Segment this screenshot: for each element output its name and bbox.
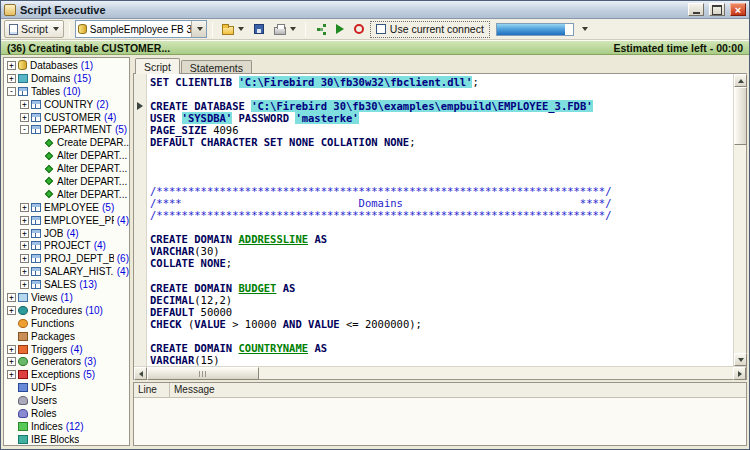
expand-toggle-icon[interactable]: + (20, 254, 29, 263)
expand-toggle-icon[interactable]: + (20, 100, 29, 109)
tree-item-label: Alter DEPART... (57, 163, 127, 174)
horizontal-scrollbar-thumb[interactable] (147, 367, 259, 380)
tree-item-label: Exceptions (31, 369, 80, 380)
expand-toggle-icon[interactable]: + (7, 61, 16, 70)
scroll-right-button[interactable] (733, 367, 746, 380)
toolbar-options-button[interactable] (576, 20, 592, 38)
expand-toggle-icon[interactable]: + (7, 74, 16, 83)
tree-item-job[interactable]: +JOB(4) (4, 227, 129, 240)
tree-item-domains[interactable]: +Domains(15) (4, 72, 129, 85)
save-icon (254, 24, 264, 34)
scroll-down-button[interactable] (734, 353, 747, 366)
horizontal-scrollbar-track[interactable] (259, 367, 733, 379)
stop-button[interactable] (350, 20, 368, 38)
expand-toggle-icon[interactable]: + (7, 370, 16, 379)
tree-item-salary-hist[interactable]: +SALARY_HIST...(4) (4, 265, 129, 278)
connection-dropdown-button[interactable] (191, 21, 206, 37)
domain-name-link[interactable]: ADDRESSLINE (239, 233, 309, 245)
editor-frame: SET CLIENTLIB 'C:\Firebird 30\fb30w32\fb… (133, 73, 747, 380)
tree-item-alter-depart[interactable]: +Alter DEPART... (4, 162, 129, 175)
tree-item-roles[interactable]: +Roles (4, 407, 129, 420)
tab-statements[interactable]: Statements (181, 60, 252, 74)
tree-item-label: Functions (31, 318, 74, 329)
expand-toggle-icon[interactable]: + (7, 345, 16, 354)
code-line: /***************************************… (150, 209, 733, 221)
sql-code-area[interactable]: SET CLIENTLIB 'C:\Firebird 30\fb30w32\fb… (147, 74, 733, 366)
vertical-scrollbar-track[interactable] (734, 145, 746, 353)
maximize-button[interactable] (709, 3, 725, 16)
code-segment-pl: ; (472, 76, 478, 88)
tree-item-triggers[interactable]: +Triggers(4) (4, 343, 129, 356)
expand-toggle-icon[interactable]: + (7, 306, 16, 315)
expand-toggle-icon[interactable]: + (20, 229, 29, 238)
expand-toggle-icon[interactable]: + (20, 241, 29, 250)
scroll-up-button[interactable] (734, 74, 747, 87)
expand-toggle-icon[interactable]: + (20, 216, 29, 225)
run-script-button[interactable] (332, 20, 348, 38)
tree-item-create-depar[interactable]: +Create DEPAR... (4, 136, 129, 149)
script-explorer-button[interactable] (311, 20, 330, 38)
domain-name-link[interactable]: BUDGET (239, 282, 277, 294)
tree-item-department[interactable]: -DEPARTMENT(5) (4, 123, 129, 136)
expand-toggle-icon[interactable]: + (20, 203, 29, 212)
printer-icon (274, 27, 286, 35)
code-segment-pl: 50000 (201, 306, 233, 318)
minimize-button[interactable] (688, 3, 704, 16)
vertical-scrollbar[interactable] (733, 74, 746, 366)
code-segment-kw: COLLATE NONE (150, 257, 226, 269)
scroll-left-button[interactable] (134, 367, 147, 380)
progress-fill (497, 24, 565, 35)
print-button[interactable] (270, 20, 300, 38)
expand-toggle-icon[interactable]: + (20, 267, 29, 276)
close-button[interactable] (730, 3, 746, 16)
database-icon (78, 24, 87, 34)
tree-item-generators[interactable]: +Generators(3) (4, 355, 129, 368)
code-segment-kw: SET CLIENTLIB (150, 76, 239, 88)
open-script-button[interactable] (218, 20, 248, 38)
tree-item-tables[interactable]: -Tables(10) (4, 85, 129, 98)
tree-item-country[interactable]: +COUNTRY(2) (4, 98, 129, 111)
code-segment-kw: CREATE DATABASE (150, 100, 251, 112)
tree-item-exceptions[interactable]: +Exceptions(5) (4, 368, 129, 381)
tree-item-count: (5) (83, 369, 95, 380)
horizontal-scrollbar[interactable] (134, 366, 746, 379)
tree-item-project[interactable]: +PROJECT(4) (4, 239, 129, 252)
tree-item-indices[interactable]: +Indices(12) (4, 420, 129, 433)
messages-panel: Line Message (133, 382, 747, 446)
tree-item-employee-pr[interactable]: +EMPLOYEE_PR...(4) (4, 214, 129, 227)
expand-toggle-icon[interactable]: + (7, 357, 16, 366)
title-bar[interactable]: Script Executive (1, 1, 749, 19)
tab-script[interactable]: Script (135, 58, 180, 74)
tree-item-procedures[interactable]: +Procedures(10) (4, 304, 129, 317)
tree-item-alter-depart[interactable]: +Alter DEPART... (4, 175, 129, 188)
save-script-button[interactable] (250, 20, 268, 38)
collapse-toggle-icon[interactable]: - (7, 87, 16, 96)
tree-item-alter-depart[interactable]: +Alter DEPART... (4, 149, 129, 162)
expand-toggle-icon[interactable]: + (20, 280, 29, 289)
tree-item-alter-depart[interactable]: +Alter DEPART... (4, 188, 129, 201)
tree-item-databases[interactable]: +Databases(1) (4, 59, 129, 72)
domain-name-link[interactable]: COUNTRYNAME (239, 342, 309, 354)
use-current-connect-checkbox[interactable]: Use current connect (370, 21, 490, 38)
messages-list[interactable] (134, 398, 746, 445)
tree-item-views[interactable]: +Views(1) (4, 291, 129, 304)
expand-toggle-icon[interactable]: + (20, 113, 29, 122)
tree-item-sales[interactable]: +SALES(13) (4, 278, 129, 291)
table-icon (18, 87, 28, 96)
tree-item-proj-dept-b[interactable]: +PROJ_DEPT_B...(6) (4, 252, 129, 265)
code-segment-kw: VARCHAR (150, 354, 194, 366)
connection-combo[interactable]: SampleEmployee FB 3.0 (75, 20, 207, 38)
script-menu-button[interactable]: Script (4, 20, 64, 38)
tree-item-packages[interactable]: +Packages (4, 330, 129, 343)
tree-item-udfs[interactable]: +UDFs (4, 381, 129, 394)
tree-item-employee[interactable]: +EMPLOYEE(5) (4, 201, 129, 214)
expand-toggle-icon[interactable]: + (7, 293, 16, 302)
code-line (150, 161, 733, 173)
collapse-toggle-icon[interactable]: - (20, 125, 29, 134)
tree-item-ibe-blocks[interactable]: +IBE Blocks (4, 433, 129, 446)
tree-item-customer[interactable]: +CUSTOMER(4) (4, 111, 129, 124)
tree-item-functions[interactable]: +Functions (4, 317, 129, 330)
stop-icon (354, 24, 364, 34)
vertical-scrollbar-thumb[interactable] (734, 87, 747, 145)
tree-item-users[interactable]: +Users (4, 394, 129, 407)
